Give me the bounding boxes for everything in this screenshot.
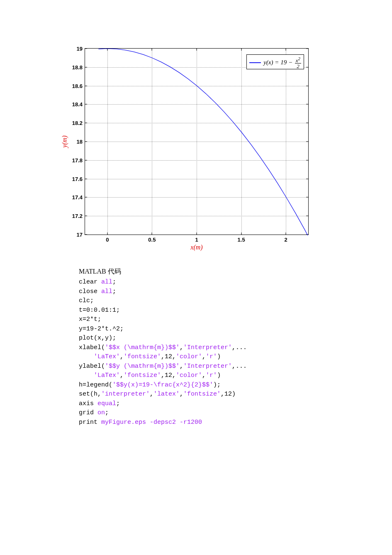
y-tick-label: 17.4: [66, 194, 83, 200]
y-tick-label: 17.2: [66, 213, 83, 219]
x-axis-label: x(m): [190, 244, 202, 251]
x-tick-label: 0.5: [148, 237, 156, 243]
y-tick-label: 17.8: [66, 157, 83, 163]
y-tick-label: 18.4: [66, 101, 83, 108]
code-line: print myFigure.eps -depsc2 -r1200: [79, 418, 392, 428]
code-line: close all;: [79, 287, 392, 297]
y-tick-label: 19: [66, 46, 83, 52]
x-tick-label: 1: [195, 237, 198, 243]
legend-text: y(x) = 19 − x22: [263, 56, 301, 69]
code-line: plot(x,y);: [79, 334, 392, 343]
y-tick-label: 17: [66, 232, 83, 238]
code-line: y=19-2*t.^2;: [79, 325, 392, 334]
y-tick-label: 18.8: [66, 64, 83, 70]
code-line: 'LaTex','fontsize',12,'color','r'): [79, 371, 392, 381]
y-tick-label: 18.6: [66, 83, 83, 89]
chart-figure: 19 18.8 18.6 18.4 18.2 18 17.8 17.6 17.4…: [67, 46, 312, 242]
x-tick-label: 0: [106, 237, 109, 243]
y-tick-label: 18.2: [66, 120, 83, 126]
code-line: axis equal;: [79, 399, 392, 409]
code-line: xlabel('$$x (\mathrm{m})$$','Interpreter…: [79, 343, 392, 353]
y-axis-label: y(m): [61, 135, 68, 147]
x-tick-label: 1.5: [238, 237, 245, 243]
chart-line: [85, 49, 309, 235]
code-line: grid on;: [79, 408, 392, 418]
code-line: h=legend('$$y(x)=19-\frac{x^2}{2}$$');: [79, 381, 392, 390]
code-line: ylabel('$$y (\mathrm{m})$$','Interpreter…: [79, 362, 392, 372]
code-line: x=2*t;: [79, 315, 392, 325]
code-title: MATLAB 代码: [79, 266, 392, 276]
code-line: 'LaTex','fontsize',12,'color','r'): [79, 352, 392, 362]
x-tick-label: 2: [285, 237, 287, 243]
y-tick-label: 18: [66, 139, 83, 145]
code-line: t=0:0.01:1;: [79, 306, 392, 315]
code-line: clc;: [79, 296, 392, 306]
code-line: set(h,'interpreter','latex','fontsize',1…: [79, 390, 392, 399]
plot-area: 19 18.8 18.6 18.4 18.2 18 17.8 17.6 17.4…: [85, 48, 309, 235]
code-line: clear all;: [79, 278, 392, 287]
legend-line-icon: [249, 62, 261, 63]
code-block: MATLAB 代码 clear all; close all; clc; t=0…: [79, 266, 392, 427]
y-tick-label: 17.6: [66, 176, 83, 182]
legend-box: y(x) = 19 − x22: [246, 54, 304, 69]
